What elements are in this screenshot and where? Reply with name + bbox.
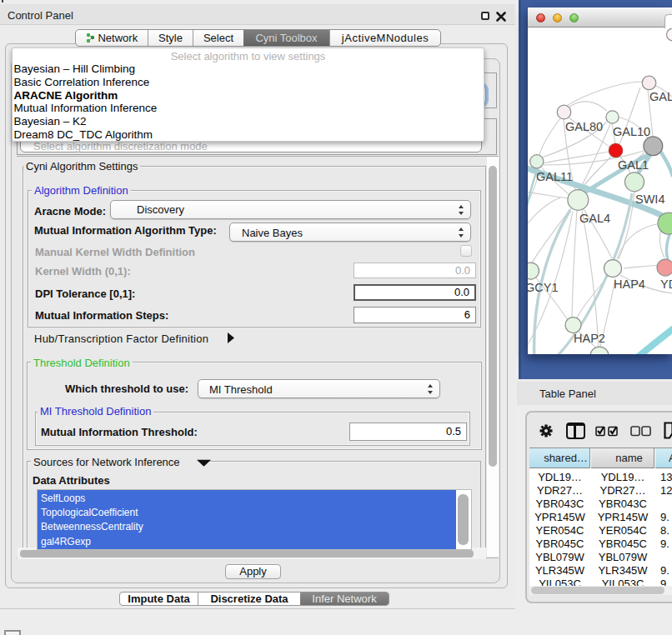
svg-text:GCY1: GCY1 [528, 281, 559, 294]
svg-text:HAP2: HAP2 [574, 332, 605, 345]
svg-text:GAL4: GAL4 [579, 212, 610, 225]
svg-text:GAL11: GAL11 [536, 170, 573, 183]
svg-text:HAP4: HAP4 [614, 278, 645, 291]
svg-text:GAL80: GAL80 [565, 120, 603, 133]
svg-text:YD: YD [660, 278, 672, 291]
svg-text:GAL1: GAL1 [618, 158, 649, 172]
svg-text:SWI4: SWI4 [635, 192, 664, 206]
svg-text:GAL10: GAL10 [613, 125, 650, 138]
svg-text:GAL7: GAL7 [649, 90, 672, 103]
